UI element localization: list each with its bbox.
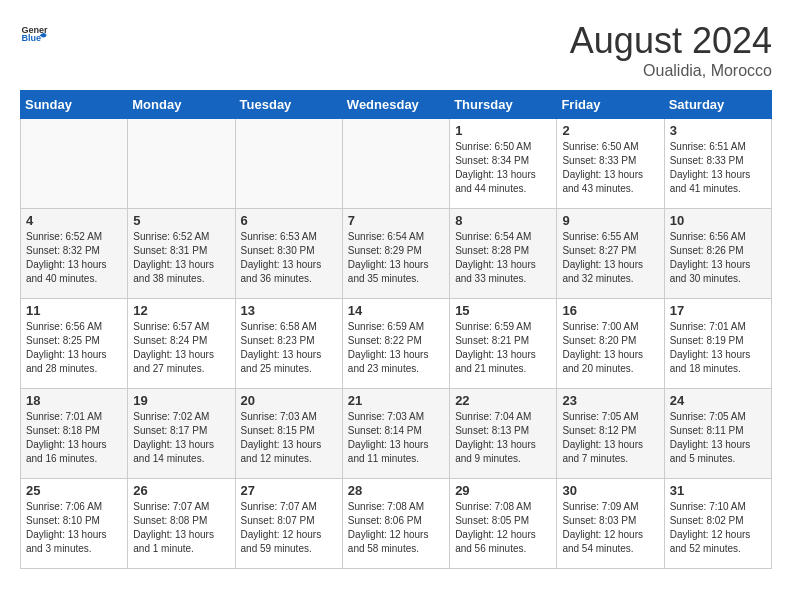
calendar-cell: 24Sunrise: 7:05 AMSunset: 8:11 PMDayligh… bbox=[664, 389, 771, 479]
page-header: General Blue August 2024 Oualidia, Moroc… bbox=[20, 20, 772, 80]
calendar-cell: 29Sunrise: 7:08 AMSunset: 8:05 PMDayligh… bbox=[450, 479, 557, 569]
calendar-cell: 2Sunrise: 6:50 AMSunset: 8:33 PMDaylight… bbox=[557, 119, 664, 209]
calendar-cell: 19Sunrise: 7:02 AMSunset: 8:17 PMDayligh… bbox=[128, 389, 235, 479]
calendar-cell bbox=[128, 119, 235, 209]
day-number: 3 bbox=[670, 123, 766, 138]
day-info: Sunrise: 6:50 AMSunset: 8:33 PMDaylight:… bbox=[562, 140, 658, 196]
day-number: 21 bbox=[348, 393, 444, 408]
calendar-cell: 30Sunrise: 7:09 AMSunset: 8:03 PMDayligh… bbox=[557, 479, 664, 569]
day-number: 17 bbox=[670, 303, 766, 318]
day-info: Sunrise: 7:07 AMSunset: 8:07 PMDaylight:… bbox=[241, 500, 337, 556]
calendar-cell bbox=[342, 119, 449, 209]
calendar-cell: 23Sunrise: 7:05 AMSunset: 8:12 PMDayligh… bbox=[557, 389, 664, 479]
day-number: 1 bbox=[455, 123, 551, 138]
day-info: Sunrise: 6:55 AMSunset: 8:27 PMDaylight:… bbox=[562, 230, 658, 286]
calendar-cell: 18Sunrise: 7:01 AMSunset: 8:18 PMDayligh… bbox=[21, 389, 128, 479]
day-number: 11 bbox=[26, 303, 122, 318]
day-number: 24 bbox=[670, 393, 766, 408]
day-number: 5 bbox=[133, 213, 229, 228]
calendar-table: SundayMondayTuesdayWednesdayThursdayFrid… bbox=[20, 90, 772, 569]
day-info: Sunrise: 7:09 AMSunset: 8:03 PMDaylight:… bbox=[562, 500, 658, 556]
calendar-cell: 15Sunrise: 6:59 AMSunset: 8:21 PMDayligh… bbox=[450, 299, 557, 389]
day-info: Sunrise: 6:59 AMSunset: 8:21 PMDaylight:… bbox=[455, 320, 551, 376]
day-number: 20 bbox=[241, 393, 337, 408]
calendar-cell: 20Sunrise: 7:03 AMSunset: 8:15 PMDayligh… bbox=[235, 389, 342, 479]
day-number: 30 bbox=[562, 483, 658, 498]
day-info: Sunrise: 6:50 AMSunset: 8:34 PMDaylight:… bbox=[455, 140, 551, 196]
day-number: 2 bbox=[562, 123, 658, 138]
calendar-cell: 14Sunrise: 6:59 AMSunset: 8:22 PMDayligh… bbox=[342, 299, 449, 389]
day-number: 16 bbox=[562, 303, 658, 318]
day-info: Sunrise: 7:05 AMSunset: 8:11 PMDaylight:… bbox=[670, 410, 766, 466]
calendar-cell: 3Sunrise: 6:51 AMSunset: 8:33 PMDaylight… bbox=[664, 119, 771, 209]
day-info: Sunrise: 6:58 AMSunset: 8:23 PMDaylight:… bbox=[241, 320, 337, 376]
day-info: Sunrise: 6:54 AMSunset: 8:28 PMDaylight:… bbox=[455, 230, 551, 286]
day-number: 18 bbox=[26, 393, 122, 408]
day-info: Sunrise: 6:59 AMSunset: 8:22 PMDaylight:… bbox=[348, 320, 444, 376]
day-info: Sunrise: 6:53 AMSunset: 8:30 PMDaylight:… bbox=[241, 230, 337, 286]
day-info: Sunrise: 7:04 AMSunset: 8:13 PMDaylight:… bbox=[455, 410, 551, 466]
day-number: 26 bbox=[133, 483, 229, 498]
day-info: Sunrise: 6:54 AMSunset: 8:29 PMDaylight:… bbox=[348, 230, 444, 286]
day-number: 29 bbox=[455, 483, 551, 498]
logo: General Blue bbox=[20, 20, 48, 48]
calendar-cell: 5Sunrise: 6:52 AMSunset: 8:31 PMDaylight… bbox=[128, 209, 235, 299]
day-info: Sunrise: 6:56 AMSunset: 8:25 PMDaylight:… bbox=[26, 320, 122, 376]
day-number: 22 bbox=[455, 393, 551, 408]
col-header-thursday: Thursday bbox=[450, 91, 557, 119]
day-info: Sunrise: 7:00 AMSunset: 8:20 PMDaylight:… bbox=[562, 320, 658, 376]
col-header-saturday: Saturday bbox=[664, 91, 771, 119]
calendar-cell: 13Sunrise: 6:58 AMSunset: 8:23 PMDayligh… bbox=[235, 299, 342, 389]
calendar-cell bbox=[235, 119, 342, 209]
calendar-cell: 12Sunrise: 6:57 AMSunset: 8:24 PMDayligh… bbox=[128, 299, 235, 389]
day-info: Sunrise: 7:08 AMSunset: 8:06 PMDaylight:… bbox=[348, 500, 444, 556]
day-number: 10 bbox=[670, 213, 766, 228]
day-number: 25 bbox=[26, 483, 122, 498]
day-number: 8 bbox=[455, 213, 551, 228]
day-info: Sunrise: 7:05 AMSunset: 8:12 PMDaylight:… bbox=[562, 410, 658, 466]
col-header-friday: Friday bbox=[557, 91, 664, 119]
day-number: 15 bbox=[455, 303, 551, 318]
day-number: 19 bbox=[133, 393, 229, 408]
day-info: Sunrise: 7:01 AMSunset: 8:18 PMDaylight:… bbox=[26, 410, 122, 466]
day-info: Sunrise: 7:03 AMSunset: 8:15 PMDaylight:… bbox=[241, 410, 337, 466]
calendar-week-row: 11Sunrise: 6:56 AMSunset: 8:25 PMDayligh… bbox=[21, 299, 772, 389]
day-info: Sunrise: 7:03 AMSunset: 8:14 PMDaylight:… bbox=[348, 410, 444, 466]
calendar-cell: 16Sunrise: 7:00 AMSunset: 8:20 PMDayligh… bbox=[557, 299, 664, 389]
calendar-cell: 28Sunrise: 7:08 AMSunset: 8:06 PMDayligh… bbox=[342, 479, 449, 569]
calendar-cell: 6Sunrise: 6:53 AMSunset: 8:30 PMDaylight… bbox=[235, 209, 342, 299]
calendar-header-row: SundayMondayTuesdayWednesdayThursdayFrid… bbox=[21, 91, 772, 119]
day-info: Sunrise: 6:52 AMSunset: 8:31 PMDaylight:… bbox=[133, 230, 229, 286]
day-info: Sunrise: 6:52 AMSunset: 8:32 PMDaylight:… bbox=[26, 230, 122, 286]
calendar-cell bbox=[21, 119, 128, 209]
calendar-cell: 21Sunrise: 7:03 AMSunset: 8:14 PMDayligh… bbox=[342, 389, 449, 479]
col-header-wednesday: Wednesday bbox=[342, 91, 449, 119]
col-header-tuesday: Tuesday bbox=[235, 91, 342, 119]
calendar-cell: 26Sunrise: 7:07 AMSunset: 8:08 PMDayligh… bbox=[128, 479, 235, 569]
location-subtitle: Oualidia, Morocco bbox=[570, 62, 772, 80]
day-info: Sunrise: 7:02 AMSunset: 8:17 PMDaylight:… bbox=[133, 410, 229, 466]
calendar-cell: 25Sunrise: 7:06 AMSunset: 8:10 PMDayligh… bbox=[21, 479, 128, 569]
day-info: Sunrise: 7:08 AMSunset: 8:05 PMDaylight:… bbox=[455, 500, 551, 556]
month-year-title: August 2024 bbox=[570, 20, 772, 62]
day-info: Sunrise: 6:56 AMSunset: 8:26 PMDaylight:… bbox=[670, 230, 766, 286]
calendar-week-row: 4Sunrise: 6:52 AMSunset: 8:32 PMDaylight… bbox=[21, 209, 772, 299]
day-number: 6 bbox=[241, 213, 337, 228]
calendar-cell: 17Sunrise: 7:01 AMSunset: 8:19 PMDayligh… bbox=[664, 299, 771, 389]
calendar-week-row: 25Sunrise: 7:06 AMSunset: 8:10 PMDayligh… bbox=[21, 479, 772, 569]
calendar-cell: 7Sunrise: 6:54 AMSunset: 8:29 PMDaylight… bbox=[342, 209, 449, 299]
calendar-cell: 22Sunrise: 7:04 AMSunset: 8:13 PMDayligh… bbox=[450, 389, 557, 479]
day-info: Sunrise: 6:51 AMSunset: 8:33 PMDaylight:… bbox=[670, 140, 766, 196]
day-info: Sunrise: 6:57 AMSunset: 8:24 PMDaylight:… bbox=[133, 320, 229, 376]
day-number: 28 bbox=[348, 483, 444, 498]
day-number: 23 bbox=[562, 393, 658, 408]
day-info: Sunrise: 7:07 AMSunset: 8:08 PMDaylight:… bbox=[133, 500, 229, 556]
day-info: Sunrise: 7:01 AMSunset: 8:19 PMDaylight:… bbox=[670, 320, 766, 376]
calendar-cell: 31Sunrise: 7:10 AMSunset: 8:02 PMDayligh… bbox=[664, 479, 771, 569]
calendar-cell: 10Sunrise: 6:56 AMSunset: 8:26 PMDayligh… bbox=[664, 209, 771, 299]
calendar-cell: 27Sunrise: 7:07 AMSunset: 8:07 PMDayligh… bbox=[235, 479, 342, 569]
day-number: 13 bbox=[241, 303, 337, 318]
day-info: Sunrise: 7:06 AMSunset: 8:10 PMDaylight:… bbox=[26, 500, 122, 556]
calendar-week-row: 1Sunrise: 6:50 AMSunset: 8:34 PMDaylight… bbox=[21, 119, 772, 209]
col-header-sunday: Sunday bbox=[21, 91, 128, 119]
